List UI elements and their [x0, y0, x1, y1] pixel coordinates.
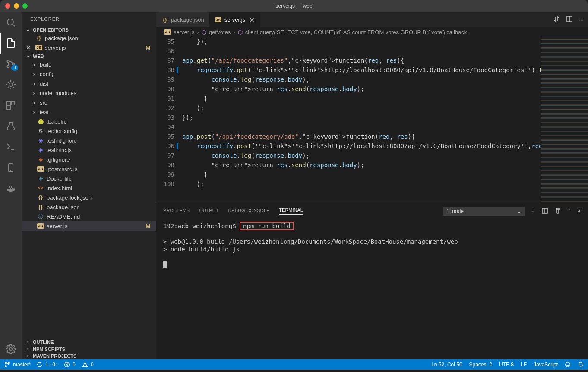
- folder-item[interactable]: ›build: [22, 60, 156, 69]
- tab-output[interactable]: OUTPUT: [199, 208, 218, 215]
- folder-item[interactable]: ›src: [22, 98, 156, 107]
- svg-point-5: [9, 83, 13, 86]
- status-language[interactable]: JavaScript: [534, 362, 558, 368]
- file-item[interactable]: {}package.json: [22, 202, 156, 212]
- file-item[interactable]: ⬤.babelrc: [22, 117, 156, 126]
- new-terminal-icon[interactable]: ＋: [531, 208, 535, 214]
- status-eol[interactable]: LF: [521, 362, 527, 368]
- explorer-icon[interactable]: [0, 33, 22, 54]
- minimap[interactable]: [541, 37, 588, 203]
- open-editor-item[interactable]: {}package.json: [22, 33, 156, 43]
- folder-item[interactable]: ›config: [22, 69, 156, 79]
- activity-bar: 3: [0, 12, 22, 359]
- file-item[interactable]: {}package-lock.json: [22, 193, 156, 202]
- status-bar: master* 1↓ 0↑ 0 0 Ln 52, Col 50 Spaces: …: [0, 359, 588, 370]
- workspace-section[interactable]: ⌄WEB: [22, 52, 156, 60]
- close-panel-icon[interactable]: ✕: [577, 208, 581, 214]
- title-bar: server.js — web: [0, 0, 588, 12]
- file-item[interactable]: ⚙.editorconfig: [22, 126, 156, 136]
- maven-section[interactable]: ›MAVEN PROJECTS: [22, 353, 156, 359]
- kill-terminal-icon[interactable]: [554, 207, 561, 215]
- breadcrumb[interactable]: JS server.js › ⬡ getVotes › ⬡ client.que…: [156, 27, 588, 37]
- device-icon[interactable]: [0, 157, 22, 178]
- window-title: server.js — web: [275, 3, 312, 9]
- svg-point-3: [7, 66, 9, 68]
- svg-point-17: [5, 362, 7, 364]
- open-editors-section[interactable]: ⌄OPEN EDITORS: [22, 26, 156, 33]
- svg-point-12: [9, 348, 12, 350]
- settings-icon[interactable]: [0, 339, 22, 359]
- terminal-body[interactable]: 192:web weizhenlong$ npm run build > web…: [156, 219, 588, 359]
- editor-tab[interactable]: {}package.json: [156, 12, 210, 27]
- scm-badge: 3: [11, 65, 18, 71]
- status-encoding[interactable]: UTF-8: [499, 362, 514, 368]
- compare-changes-icon[interactable]: [553, 16, 560, 24]
- file-item[interactable]: ◈Dockerfile: [22, 174, 156, 183]
- file-item[interactable]: ◉.eslintrc.js: [22, 145, 156, 155]
- maximize-window-button[interactable]: [22, 3, 28, 9]
- traffic-lights: [5, 3, 28, 9]
- status-problems[interactable]: 0 0: [64, 362, 94, 368]
- panel: PROBLEMS OUTPUT DEBUG CONSOLE TERMINAL 1…: [156, 203, 588, 359]
- tab-debug-console[interactable]: DEBUG CONSOLE: [228, 208, 269, 215]
- open-editor-item[interactable]: ✕JSserver.jsM: [22, 43, 156, 52]
- maximize-panel-icon[interactable]: ⌃: [567, 208, 571, 214]
- file-item[interactable]: JSserver.jsM: [22, 221, 156, 231]
- status-sync[interactable]: 1↓ 0↑: [37, 362, 58, 368]
- terminal-cursor: [163, 261, 167, 268]
- tab-terminal[interactable]: TERMINAL: [279, 207, 303, 215]
- explorer-title: EXPLORER: [22, 12, 156, 26]
- file-item[interactable]: <>index.html: [22, 183, 156, 193]
- folder-item[interactable]: ›node_modules: [22, 88, 156, 98]
- editor-area: {}package.jsonJSserver.js✕ ··· JS server…: [156, 12, 588, 359]
- npm-scripts-section[interactable]: ›NPM SCRIPTS: [22, 346, 156, 353]
- line-gutter[interactable]: 858687888990919293949596979899100: [156, 37, 182, 203]
- editor-tab[interactable]: JSserver.js✕: [210, 12, 260, 27]
- svg-rect-7: [11, 102, 15, 105]
- notifications-icon[interactable]: [578, 362, 584, 368]
- svg-point-18: [5, 366, 7, 367]
- debug-icon[interactable]: [0, 74, 22, 95]
- split-editor-icon[interactable]: [566, 16, 573, 24]
- search-icon[interactable]: [0, 12, 22, 33]
- terminal-selector[interactable]: 1: node⌄: [443, 207, 525, 216]
- sidebar: EXPLORER ⌄OPEN EDITORS {}package.json✕JS…: [22, 12, 156, 359]
- svg-point-0: [7, 19, 13, 25]
- docker-icon[interactable]: [0, 178, 22, 199]
- test-icon[interactable]: [0, 116, 22, 137]
- file-item[interactable]: ⓘREADME.md: [22, 212, 156, 221]
- tab-bar: {}package.jsonJSserver.js✕ ···: [156, 12, 588, 27]
- close-tab-icon[interactable]: ✕: [250, 16, 255, 23]
- status-branch[interactable]: master*: [4, 362, 31, 368]
- split-terminal-icon[interactable]: [541, 207, 548, 215]
- status-cursor-position[interactable]: Ln 52, Col 50: [431, 362, 462, 368]
- code-editor[interactable]: }); app.get("/api/foodcategories","c-key…: [182, 37, 541, 203]
- svg-rect-6: [7, 102, 10, 105]
- folder-item[interactable]: ›test: [22, 107, 156, 117]
- feedback-icon[interactable]: [565, 362, 571, 368]
- svg-point-23: [566, 362, 570, 367]
- svg-line-1: [13, 24, 15, 26]
- extensions-icon[interactable]: [0, 95, 22, 116]
- more-actions-icon[interactable]: ···: [579, 16, 584, 23]
- remote-icon[interactable]: [0, 137, 22, 157]
- file-item[interactable]: ◆.gitignore: [22, 155, 156, 164]
- folder-item[interactable]: ›dist: [22, 79, 156, 88]
- outline-section[interactable]: ›OUTLINE: [22, 339, 156, 346]
- highlighted-command: npm run build: [240, 222, 294, 230]
- minimize-window-button[interactable]: [14, 3, 19, 9]
- svg-rect-8: [7, 106, 10, 109]
- file-item[interactable]: ◉.eslintignore: [22, 136, 156, 145]
- file-item[interactable]: JS.postcssrc.js: [22, 164, 156, 174]
- source-control-icon[interactable]: 3: [0, 54, 22, 74]
- svg-point-2: [7, 60, 9, 63]
- tab-problems[interactable]: PROBLEMS: [163, 208, 190, 215]
- close-window-button[interactable]: [5, 3, 10, 9]
- status-indentation[interactable]: Spaces: 2: [469, 362, 492, 368]
